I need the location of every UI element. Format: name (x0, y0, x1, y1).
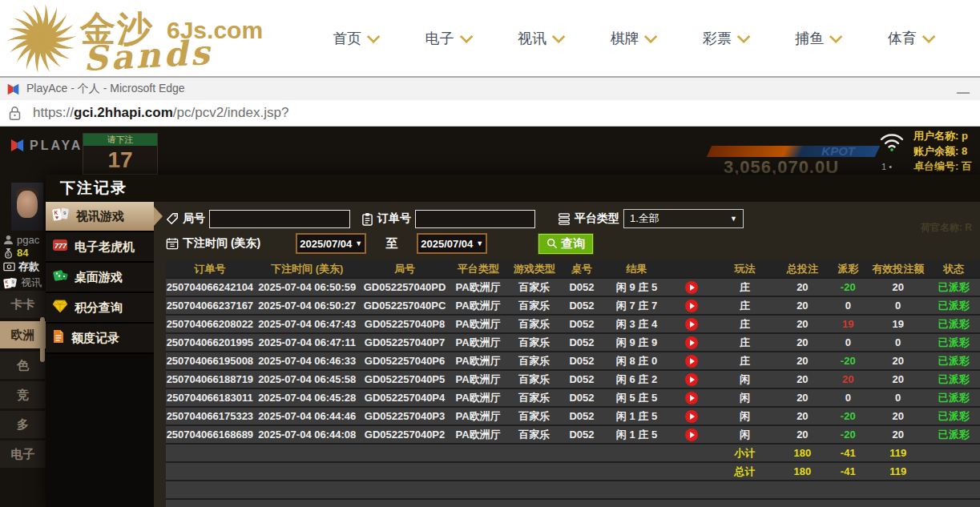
cell-game-type: 百家乐 (507, 425, 561, 444)
cell-video (671, 278, 712, 296)
cell-result: 闲 8 庄 0 (603, 352, 671, 370)
cell-status: 已派彩 (927, 315, 980, 333)
chevron-down-icon (552, 30, 566, 43)
cell-empty (449, 444, 506, 462)
cell-result: 闲 9 庄 9 (603, 333, 671, 352)
sidebar-item-3[interactable]: 桌面游戏 (46, 263, 154, 293)
cell-round-no: GD052257040P8 (361, 315, 450, 333)
play-video-button[interactable] (685, 410, 698, 423)
cell-round-no: GD052257040P2 (361, 425, 450, 444)
cell-payout: 0 (828, 388, 869, 407)
cell-order-no: 250704066195008 (166, 352, 254, 370)
cell-empty (561, 462, 602, 481)
date-to-value: 2025/07/04 (421, 238, 473, 250)
calendar-icon (166, 237, 179, 250)
lobby-tab-4: 竞 (0, 381, 46, 408)
date-from-value: 2025/07/04 (300, 238, 352, 250)
cell-order-no: 250704066237167 (166, 296, 254, 315)
lobby-tab-1: 卡卡 (0, 291, 46, 318)
cell-valid-bet: 20 (869, 425, 928, 444)
subtotal-row: 小计180-41119 (166, 444, 980, 462)
cell-table-no: D052 (561, 315, 602, 333)
cell-round-no: GD052257040P5 (361, 370, 450, 388)
panel-content: 荷官名称: R 局号 订单号 (154, 202, 980, 507)
date-from-picker[interactable]: 2025/07/04▼ (296, 233, 366, 254)
total-payout: -41 (828, 462, 869, 481)
play-video-button[interactable] (685, 429, 698, 441)
cards-icon: 9K♥ (52, 207, 70, 225)
play-video-button[interactable] (685, 318, 698, 331)
cell-bet-on: 闲 (712, 407, 778, 425)
nav-item-7[interactable]: 体育 (888, 29, 932, 48)
svg-text:9: 9 (12, 280, 14, 284)
cell-result: 闲 5 庄 5 (603, 388, 671, 407)
round-no-input[interactable] (209, 210, 350, 228)
bet-time-label-wrap: 下注时间 (美东) (166, 236, 260, 251)
cell-order-no: 250704066242104 (166, 278, 254, 296)
minimize-button[interactable]: — (953, 86, 974, 100)
address-url[interactable]: https://gci.2hhapi.com/pc/pcv2/index.jsp… (33, 105, 288, 121)
chevron-down-icon (829, 30, 843, 43)
wifi-icon (878, 130, 905, 152)
order-no-label: 订单号 (377, 211, 411, 226)
play-video-button[interactable] (685, 336, 698, 349)
edge-urlbar[interactable]: https://gci.2hhapi.com/pc/pcv2/index.jsp… (0, 100, 980, 127)
svg-text:♥: ♥ (55, 215, 58, 220)
sands-sun-icon (5, 3, 79, 74)
table-row: 2507040661686892025-07-04 06:44:08GD0522… (166, 425, 980, 444)
date-to-picker[interactable]: 2025/07/04▼ (417, 233, 487, 254)
cell-status: 已派彩 (927, 407, 980, 425)
nav-item-2[interactable]: 电子 (425, 29, 470, 48)
sidebar-item-5[interactable]: 额度记录 (46, 324, 154, 354)
platform-stack-icon (558, 212, 571, 225)
nav-item-5[interactable]: 彩票 (703, 29, 747, 48)
play-video-button[interactable] (685, 300, 698, 312)
lobby-tab-5: 多 (0, 411, 46, 438)
person-icon (3, 235, 14, 245)
filter-row-2: 下注时间 (美东) 2025/07/04▼ 至 2025/07/04▼ 查询 (166, 233, 980, 254)
sidebar-item-1[interactable]: 9K♥视讯游戏 (46, 202, 154, 232)
cell-platform: PA欧洲厅 (449, 333, 506, 352)
nav-item-4[interactable]: 棋牌 (610, 29, 654, 48)
jackpot-banner: KPOT 3,056,070.0U (709, 141, 877, 176)
cell-bet-time: 2025-07-04 06:47:11 (254, 333, 361, 352)
site-logo[interactable]: 金沙 6Js.com Sands (0, 3, 260, 74)
col-header-11: 派彩 (828, 260, 869, 278)
nav-item-3[interactable]: 视讯 (518, 29, 562, 48)
platform-type-label: 平台类型 (575, 211, 619, 226)
sidebar-item-2[interactable]: 777电子老虎机 (46, 232, 154, 263)
video-column-header (671, 260, 712, 278)
cell-table-no: D052 (561, 278, 602, 296)
lobby-points: 84 (17, 247, 28, 259)
cell-video (671, 333, 712, 352)
svg-text:777: 777 (54, 242, 67, 250)
cell-status: 已派彩 (927, 296, 980, 315)
play-video-button[interactable] (685, 281, 698, 294)
cell-payout: -20 (828, 278, 869, 296)
play-video-button[interactable] (685, 373, 698, 386)
cell-payout: 20 (828, 370, 869, 388)
play-video-button[interactable] (685, 355, 698, 368)
cell-table-no: D052 (561, 425, 602, 444)
nav-item-6[interactable]: 捕鱼 (795, 29, 839, 48)
play-video-button[interactable] (685, 392, 698, 404)
search-button[interactable]: 查询 (538, 234, 593, 254)
road-marker: 1 • (881, 160, 892, 173)
nav-label: 视讯 (518, 29, 546, 48)
subtotal-total-bet: 180 (777, 444, 827, 462)
sidebar-item-4[interactable]: 积分查询 (46, 293, 154, 324)
lock-icon (8, 106, 22, 121)
nav-item-1[interactable]: 首页 (333, 29, 377, 48)
edge-titlebar[interactable]: PlayAce - 个人 - Microsoft Edge — (0, 76, 980, 100)
cell-video (671, 370, 712, 388)
table-row: 2507040661887192025-07-04 06:45:58GD0522… (166, 370, 980, 388)
subtotal-label: 小计 (712, 444, 778, 462)
cell-status: 已派彩 (927, 352, 980, 370)
cell-bet-time: 2025-07-04 06:45:28 (254, 388, 361, 407)
cell-result: 闲 1 庄 5 (603, 407, 671, 425)
platform-type-select[interactable]: 1.全部 ▼ (623, 209, 744, 228)
round-no-label: 局号 (183, 211, 205, 226)
sidebar-item-label: 电子老虎机 (75, 239, 135, 255)
order-no-input[interactable] (415, 210, 535, 228)
lobby-left-menu: pgac $ 84 存款 9K♥ 视讯 卡卡欧洲色竞多电子 (0, 127, 46, 507)
